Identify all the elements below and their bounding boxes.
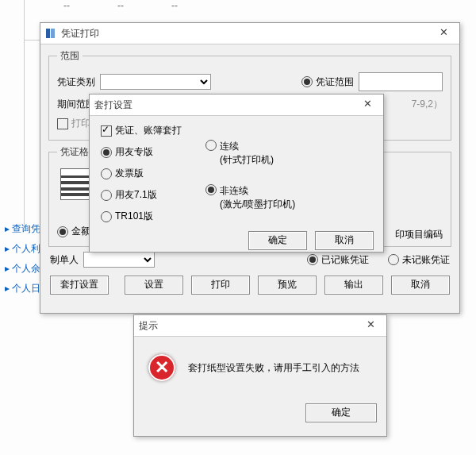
export-button[interactable]: 输出 [324,276,383,295]
continuous-radio[interactable]: 连续 (针式打印机) [205,140,295,167]
noncontinuous-radio[interactable]: 非连续 (激光/喷墨打印机) [205,184,295,211]
cancel-button[interactable]: 取消 [315,231,374,250]
ok-button[interactable]: 确定 [248,231,307,250]
radio-icon [57,226,68,237]
close-icon[interactable]: ✕ [432,25,455,41]
window-title: 凭证打印 [61,27,428,40]
titlebar: 凭证打印 ✕ [40,23,459,44]
message-window: 提示 ✕ ✕ 套打纸型设置失败，请用手工引入的方法 确定 [133,314,387,437]
enable-overlay-checkbox[interactable]: 凭证、账簿套打 [101,124,182,137]
message-text: 套打纸型设置失败，请用手工引入的方法 [188,361,359,375]
maker-label: 制单人 [50,253,79,267]
titlebar: 提示 ✕ [134,315,386,337]
tree-line [24,0,25,230]
svg-rect-0 [46,29,50,38]
titlebar: 套打设置 ✕ [90,94,383,116]
svg-rect-1 [51,29,55,38]
app-icon [45,28,56,39]
radio-icon [205,184,217,195]
print-item-code-label: 印项目编码 [395,228,443,241]
radio-icon [101,147,112,158]
scope-legend: 范围 [57,49,83,63]
voucher-type-select[interactable] [100,74,211,90]
sidebar-item[interactable]: ▸ 查询凭 [5,222,44,236]
preview-button[interactable]: 预览 [258,276,317,295]
error-icon: ✕ [148,354,175,381]
unposted-radio[interactable]: 未记账凭证 [388,253,450,267]
print-button[interactable]: 打印 [191,276,250,295]
sidebar-item[interactable]: ▸ 个人日 [5,282,44,295]
close-icon[interactable]: ✕ [359,318,382,334]
checkbox-icon [57,118,68,129]
main-button-row: 套打设置 设置 打印 预览 输出 取消 [40,271,459,303]
radio-icon [205,140,217,151]
overlay-settings-button[interactable]: 套打设置 [50,276,109,295]
radio-icon [388,254,399,265]
voucher-type-label: 凭证类别 [57,75,95,89]
sidebar-item[interactable]: ▸ 个人利 [5,242,44,256]
window-title: 提示 [139,319,355,333]
sidebar-item[interactable]: ▸ 个人余 [5,262,44,276]
radio-icon [101,190,112,201]
template-tr101-radio[interactable]: TR101版 [101,210,182,223]
period-hint: 7-9,2） [412,98,443,111]
close-icon[interactable]: ✕ [356,97,378,113]
setup-button[interactable]: 设置 [125,276,183,295]
checkbox-icon [101,125,112,137]
template-invoice-radio[interactable]: 发票版 [101,167,182,180]
overlay-settings-window: 套打设置 ✕ 凭证、账簿套打 用友专版 发票版 用友7.1版 TR101版 [89,94,384,253]
template-uf71-radio[interactable]: 用友7.1版 [101,188,182,202]
window-title: 套打设置 [94,98,351,112]
voucher-scope-radio[interactable]: 凭证范围 [301,75,354,89]
sidebar-links: ▸ 查询凭 ▸ 个人利 ▸ 个人余 ▸ 个人日 [5,222,44,295]
radio-icon [301,76,313,87]
cancel-button[interactable]: 取消 [391,276,450,295]
voucher-scope-input[interactable] [359,72,443,91]
template-ufsoft-radio[interactable]: 用友专版 [101,145,182,159]
radio-icon [101,168,112,179]
radio-icon [101,211,112,222]
ok-button[interactable]: 确定 [305,403,377,422]
background-menu: -- -- -- [0,0,476,16]
